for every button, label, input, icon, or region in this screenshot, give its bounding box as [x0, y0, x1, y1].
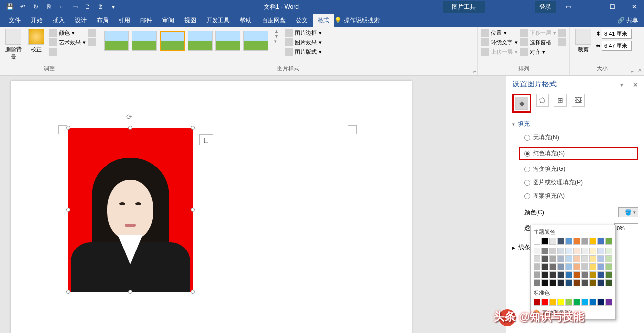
color-swatch[interactable] [565, 263, 572, 270]
corrections-button[interactable]: 校正 [26, 29, 47, 53]
collapse-ribbon-icon[interactable]: ᐱ [635, 27, 644, 75]
group-button[interactable] [558, 29, 566, 37]
artistic-button[interactable]: 艺术效果 ▾ [49, 38, 86, 46]
tab-references[interactable]: 引用 [113, 14, 135, 27]
color-swatch[interactable] [534, 263, 540, 270]
pattern-fill-radio[interactable]: 图案填充(A) [524, 192, 638, 200]
color-swatch[interactable] [541, 238, 548, 245]
color-swatch[interactable] [534, 248, 540, 254]
color-swatch[interactable] [549, 271, 556, 278]
color-swatch[interactable] [565, 271, 572, 278]
more-colors-button[interactable]: 🎨 其他颜色(M)... [534, 309, 612, 316]
color-swatch[interactable] [549, 263, 556, 270]
send-backward-button[interactable]: 下移一层 ▾ [520, 29, 556, 37]
color-swatch[interactable] [549, 255, 556, 262]
rotate-button[interactable] [558, 38, 566, 46]
qat-icon-3[interactable]: ▭ [69, 1, 81, 13]
color-swatch[interactable] [573, 279, 580, 286]
fill-section-header[interactable]: ▾ 填充 [512, 120, 638, 128]
picture-tab-icon[interactable]: 🖼 [572, 94, 585, 107]
tab-review[interactable]: 审阅 [157, 14, 179, 27]
tab-gongwen[interactable]: 公文 [291, 14, 313, 27]
tab-home[interactable]: 开始 [26, 14, 48, 27]
color-swatch[interactable] [589, 238, 596, 245]
color-swatch[interactable] [597, 299, 604, 306]
qat-icon-1[interactable]: ⎘ [43, 1, 55, 13]
resize-handle[interactable] [128, 126, 132, 130]
color-swatch[interactable] [605, 238, 612, 245]
color-swatch[interactable] [605, 279, 612, 286]
ribbon-display-icon[interactable]: ▭ [558, 0, 578, 14]
color-swatch[interactable] [605, 255, 612, 262]
color-swatch[interactable] [534, 255, 540, 262]
tab-view[interactable]: 视图 [179, 14, 201, 27]
selection-pane-button[interactable]: 选择窗格 [520, 38, 556, 46]
color-swatch[interactable] [557, 279, 564, 286]
picture-styles-gallery[interactable] [102, 29, 270, 53]
layout-props-tab-icon[interactable]: ⊞ [554, 94, 567, 107]
crop-button[interactable]: 裁剪 [573, 29, 594, 53]
position-button[interactable]: 位置 ▾ [481, 29, 518, 37]
gradient-fill-radio[interactable]: 渐变填充(G) [524, 165, 638, 173]
tab-developer[interactable]: 开发工具 [201, 14, 235, 27]
picture-layout-button[interactable]: 图片版式 ▾ [285, 48, 322, 56]
save-icon[interactable]: 💾 [4, 1, 16, 13]
pane-close-icon[interactable]: ✕ [633, 82, 638, 89]
resize-handle[interactable] [191, 126, 195, 130]
color-swatch[interactable] [589, 255, 596, 262]
color-swatch[interactable] [589, 248, 596, 254]
color-swatch[interactable] [581, 279, 588, 286]
tab-baidu[interactable]: 百度网盘 [257, 14, 291, 27]
color-swatch[interactable] [581, 299, 588, 306]
styles-dialog-icon[interactable]: ⌐ [473, 69, 476, 74]
bring-forward-button[interactable]: 上移一层 ▾ [481, 48, 518, 56]
color-swatch[interactable] [597, 279, 604, 286]
login-button[interactable]: 登录 [535, 1, 556, 13]
change-pic-button[interactable] [88, 29, 96, 37]
color-swatch[interactable] [573, 255, 580, 262]
color-swatch[interactable] [549, 279, 556, 286]
color-swatch[interactable] [605, 299, 612, 306]
color-swatch[interactable] [565, 255, 572, 262]
color-swatch[interactable] [605, 263, 612, 270]
color-swatch[interactable] [541, 248, 548, 254]
color-swatch[interactable] [534, 238, 540, 245]
style-thumb[interactable] [132, 31, 157, 51]
color-swatch[interactable] [605, 248, 612, 254]
reset-pic-button[interactable] [88, 38, 96, 46]
redo-icon[interactable]: ↻ [30, 1, 42, 13]
tab-mailings[interactable]: 邮件 [135, 14, 157, 27]
close-icon[interactable]: ✕ [624, 0, 644, 14]
color-swatch[interactable] [589, 299, 596, 306]
height-input[interactable] [602, 29, 632, 39]
wrap-text-button[interactable]: 环绕文字 ▾ [481, 38, 518, 46]
color-swatch[interactable] [557, 263, 564, 270]
selected-image[interactable]: ⟳ [68, 128, 193, 292]
qat-icon-5[interactable]: 🗎 [95, 1, 107, 13]
qat-more-icon[interactable]: ▾ [107, 1, 119, 13]
tab-layout[interactable]: 布局 [92, 14, 113, 27]
align-button[interactable]: 对齐 ▾ [520, 48, 556, 56]
remove-background-button[interactable]: 删除背景 [3, 29, 24, 61]
resize-handle[interactable] [66, 208, 70, 212]
layout-options-badge[interactable]: ⌸ [199, 134, 213, 145]
color-swatch[interactable] [589, 279, 596, 286]
color-swatch[interactable] [557, 271, 564, 278]
size-dialog-icon[interactable]: ⌐ [631, 69, 634, 74]
resize-handle[interactable] [66, 290, 70, 294]
tab-file[interactable]: 文件 [4, 14, 26, 27]
resize-handle[interactable] [66, 126, 70, 130]
style-thumb[interactable] [188, 31, 213, 51]
color-swatch[interactable] [557, 299, 564, 306]
tab-help[interactable]: 帮助 [235, 14, 257, 27]
color-swatch[interactable] [534, 279, 540, 286]
color-swatch[interactable] [565, 279, 572, 286]
minimize-icon[interactable]: — [580, 0, 600, 14]
document-area[interactable]: ⟳ ⌸ [0, 76, 506, 333]
maximize-icon[interactable]: ☐ [602, 0, 622, 14]
style-thumb-selected[interactable] [160, 31, 185, 51]
color-swatch[interactable] [541, 263, 548, 270]
color-swatch[interactable] [557, 255, 564, 262]
color-swatch[interactable] [581, 248, 588, 254]
color-swatch[interactable] [565, 299, 572, 306]
